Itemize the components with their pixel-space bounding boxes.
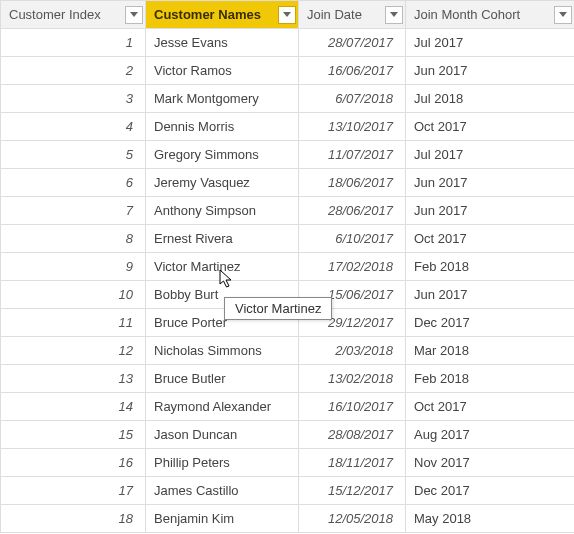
cell-cohort[interactable]: Jul 2017 bbox=[406, 141, 575, 169]
cell-cohort[interactable]: Dec 2017 bbox=[406, 477, 575, 505]
cell-index[interactable]: 4 bbox=[1, 113, 146, 141]
chevron-down-icon bbox=[283, 12, 291, 17]
column-header-join-date[interactable]: Join Date bbox=[299, 1, 406, 29]
cell-cohort[interactable]: Jun 2017 bbox=[406, 169, 575, 197]
header-label: Join Date bbox=[307, 7, 362, 22]
cell-name[interactable]: Jason Duncan bbox=[146, 421, 299, 449]
table-row[interactable]: 3Mark Montgomery6/07/2018Jul 2018 bbox=[1, 85, 575, 113]
table-row[interactable]: 5Gregory Simmons11/07/2017Jul 2017 bbox=[1, 141, 575, 169]
cell-date[interactable]: 28/07/2017 bbox=[299, 29, 406, 57]
cell-cohort[interactable]: Jul 2017 bbox=[406, 29, 575, 57]
table-row[interactable]: 18Benjamin Kim12/05/2018May 2018 bbox=[1, 505, 575, 533]
cell-cohort[interactable]: Jun 2017 bbox=[406, 281, 575, 309]
cell-cohort[interactable]: Aug 2017 bbox=[406, 421, 575, 449]
cell-name[interactable]: Dennis Morris bbox=[146, 113, 299, 141]
cell-name[interactable]: Nicholas Simmons bbox=[146, 337, 299, 365]
cell-date[interactable]: 28/08/2017 bbox=[299, 421, 406, 449]
cell-cohort[interactable]: Jun 2017 bbox=[406, 57, 575, 85]
cell-name[interactable]: Bruce Butler bbox=[146, 365, 299, 393]
cell-date[interactable]: 12/05/2018 bbox=[299, 505, 406, 533]
cell-cohort[interactable]: Feb 2018 bbox=[406, 365, 575, 393]
cell-name[interactable]: Gregory Simmons bbox=[146, 141, 299, 169]
cell-date[interactable]: 13/02/2018 bbox=[299, 365, 406, 393]
cell-name[interactable]: Raymond Alexander bbox=[146, 393, 299, 421]
cell-cohort[interactable]: Feb 2018 bbox=[406, 253, 575, 281]
cell-name[interactable]: Anthony Simpson bbox=[146, 197, 299, 225]
cell-index[interactable]: 12 bbox=[1, 337, 146, 365]
cell-index[interactable]: 7 bbox=[1, 197, 146, 225]
table-row[interactable]: 17James Castillo15/12/2017Dec 2017 bbox=[1, 477, 575, 505]
cell-date[interactable]: 2/03/2018 bbox=[299, 337, 406, 365]
cell-index[interactable]: 1 bbox=[1, 29, 146, 57]
table-row[interactable]: 4Dennis Morris13/10/2017Oct 2017 bbox=[1, 113, 575, 141]
cell-date[interactable]: 6/07/2018 bbox=[299, 85, 406, 113]
cell-index[interactable]: 18 bbox=[1, 505, 146, 533]
table-row[interactable]: 15Jason Duncan28/08/2017Aug 2017 bbox=[1, 421, 575, 449]
cell-cohort[interactable]: Dec 2017 bbox=[406, 309, 575, 337]
cell-name[interactable]: Mark Montgomery bbox=[146, 85, 299, 113]
table-row[interactable]: 8Ernest Rivera6/10/2017Oct 2017 bbox=[1, 225, 575, 253]
filter-button[interactable] bbox=[554, 6, 572, 24]
cell-date[interactable]: 6/10/2017 bbox=[299, 225, 406, 253]
cell-cohort[interactable]: Jun 2017 bbox=[406, 197, 575, 225]
column-header-customer-index[interactable]: Customer Index bbox=[1, 1, 146, 29]
cell-name[interactable]: Victor Ramos bbox=[146, 57, 299, 85]
column-header-customer-names[interactable]: Customer Names bbox=[146, 1, 299, 29]
table-row[interactable]: 13Bruce Butler13/02/2018Feb 2018 bbox=[1, 365, 575, 393]
cell-index[interactable]: 14 bbox=[1, 393, 146, 421]
cell-date[interactable]: 16/10/2017 bbox=[299, 393, 406, 421]
table-row[interactable]: 14Raymond Alexander16/10/2017Oct 2017 bbox=[1, 393, 575, 421]
table-row[interactable]: 16Phillip Peters18/11/2017Nov 2017 bbox=[1, 449, 575, 477]
table-row[interactable]: 1Jesse Evans28/07/2017Jul 2017 bbox=[1, 29, 575, 57]
cell-cohort[interactable]: Jul 2018 bbox=[406, 85, 575, 113]
cell-name[interactable]: Jesse Evans bbox=[146, 29, 299, 57]
cell-tooltip: Victor Martinez bbox=[224, 297, 332, 320]
cell-name[interactable]: Jeremy Vasquez bbox=[146, 169, 299, 197]
cell-date[interactable]: 18/06/2017 bbox=[299, 169, 406, 197]
cell-name[interactable]: James Castillo bbox=[146, 477, 299, 505]
table-row[interactable]: 7Anthony Simpson28/06/2017Jun 2017 bbox=[1, 197, 575, 225]
cell-cohort[interactable]: Mar 2018 bbox=[406, 337, 575, 365]
cell-cohort[interactable]: Oct 2017 bbox=[406, 393, 575, 421]
cell-cohort[interactable]: Nov 2017 bbox=[406, 449, 575, 477]
cell-index[interactable]: 2 bbox=[1, 57, 146, 85]
cell-index[interactable]: 15 bbox=[1, 421, 146, 449]
table-row[interactable]: 12Nicholas Simmons2/03/2018Mar 2018 bbox=[1, 337, 575, 365]
cell-index[interactable]: 3 bbox=[1, 85, 146, 113]
cell-index[interactable]: 9 bbox=[1, 253, 146, 281]
cell-index[interactable]: 8 bbox=[1, 225, 146, 253]
header-label: Customer Index bbox=[9, 7, 101, 22]
column-header-join-month-cohort[interactable]: Join Month Cohort bbox=[406, 1, 575, 29]
filter-button[interactable] bbox=[125, 6, 143, 24]
cell-date[interactable]: 18/11/2017 bbox=[299, 449, 406, 477]
chevron-down-icon bbox=[559, 12, 567, 17]
cell-date[interactable]: 16/06/2017 bbox=[299, 57, 406, 85]
table-row[interactable]: 9Victor Martinez17/02/2018Feb 2018 bbox=[1, 253, 575, 281]
cell-index[interactable]: 6 bbox=[1, 169, 146, 197]
cell-cohort[interactable]: Oct 2017 bbox=[406, 113, 575, 141]
cell-index[interactable]: 11 bbox=[1, 309, 146, 337]
cell-name[interactable]: Ernest Rivera bbox=[146, 225, 299, 253]
cell-date[interactable]: 17/02/2018 bbox=[299, 253, 406, 281]
cell-name[interactable]: Phillip Peters bbox=[146, 449, 299, 477]
table-row[interactable]: 6Jeremy Vasquez18/06/2017Jun 2017 bbox=[1, 169, 575, 197]
filter-button[interactable] bbox=[385, 6, 403, 24]
cell-index[interactable]: 16 bbox=[1, 449, 146, 477]
cell-cohort[interactable]: May 2018 bbox=[406, 505, 575, 533]
cell-date[interactable]: 13/10/2017 bbox=[299, 113, 406, 141]
cell-date[interactable]: 15/12/2017 bbox=[299, 477, 406, 505]
cell-index[interactable]: 10 bbox=[1, 281, 146, 309]
data-table: Customer Index Customer Names Join Date … bbox=[0, 0, 574, 533]
cell-index[interactable]: 13 bbox=[1, 365, 146, 393]
cell-date[interactable]: 11/07/2017 bbox=[299, 141, 406, 169]
chevron-down-icon bbox=[390, 12, 398, 17]
cell-date[interactable]: 28/06/2017 bbox=[299, 197, 406, 225]
header-row: Customer Index Customer Names Join Date … bbox=[1, 1, 575, 29]
filter-button[interactable] bbox=[278, 6, 296, 24]
header-label: Customer Names bbox=[154, 7, 261, 22]
cell-index[interactable]: 5 bbox=[1, 141, 146, 169]
cell-cohort[interactable]: Oct 2017 bbox=[406, 225, 575, 253]
cell-index[interactable]: 17 bbox=[1, 477, 146, 505]
cell-name[interactable]: Benjamin Kim bbox=[146, 505, 299, 533]
table-row[interactable]: 2Victor Ramos16/06/2017Jun 2017 bbox=[1, 57, 575, 85]
